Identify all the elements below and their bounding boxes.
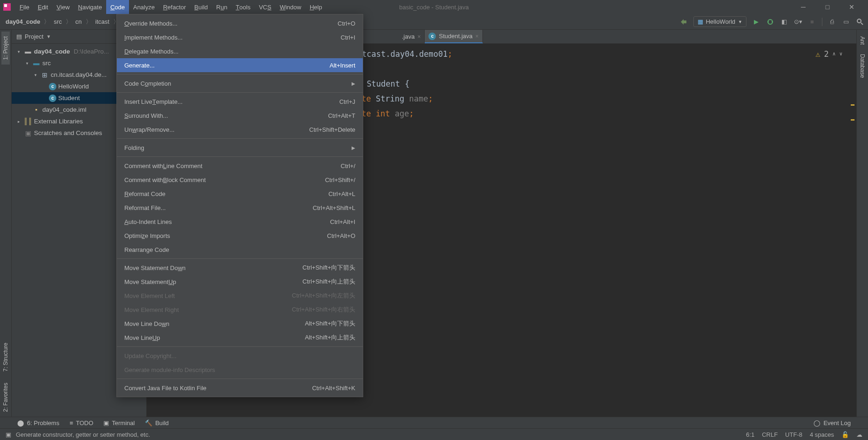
git-icon[interactable]: ⎙	[828, 18, 836, 26]
tw-problems[interactable]: ⬤ 6: 6: ProblemsProblems	[17, 420, 59, 426]
app-icon	[2, 2, 12, 12]
breadcrumb-item[interactable]: src	[52, 17, 63, 26]
menu-navigate[interactable]: Navigate	[74, 0, 106, 14]
tree-label: Scratches and Consoles	[34, 129, 102, 136]
menu-help[interactable]: Help	[305, 0, 326, 14]
menu-line-comment[interactable]: Comment with Line CommentCtrl+/	[117, 159, 363, 173]
notifications-icon[interactable]: ☁	[856, 431, 862, 438]
tw-terminal[interactable]: ▣ Terminal	[103, 420, 135, 426]
menu-optimize-imports[interactable]: Optimize ImportsCtrl+Alt+O	[117, 229, 363, 243]
caret-position[interactable]: 6:1	[746, 431, 754, 438]
menu-convert-kotlin[interactable]: Convert Java File to Kotlin FileCtrl+Alt…	[117, 381, 363, 395]
menu-edit[interactable]: Edit	[34, 0, 52, 14]
menu-surround-with[interactable]: Surround With...Ctrl+Alt+T	[117, 108, 363, 122]
menu-move-line-down[interactable]: Move Line DownAlt+Shift+向下箭头	[117, 317, 363, 331]
warning-marker[interactable]	[851, 119, 854, 121]
code-menu-popup: Override Methods...Ctrl+O Implement Meth…	[116, 14, 363, 397]
warning-marker[interactable]	[851, 104, 854, 106]
tool-project-tab[interactable]: 1: Project	[1, 32, 10, 65]
search-everywhere-icon[interactable]	[856, 18, 864, 26]
tool-favorites-tab[interactable]: 2: Favorites	[1, 378, 10, 417]
menu-generate[interactable]: Generate...Alt+Insert	[117, 58, 363, 72]
menu-file[interactable]: FFileile	[15, 0, 34, 14]
tw-todo[interactable]: ≡ TODO	[69, 420, 93, 426]
maximize-button[interactable]: □	[821, 3, 834, 11]
menu-unwrap[interactable]: Unwrap/Remove...Ctrl+Shift+Delete	[117, 122, 363, 136]
tree-label: day04_code.iml	[42, 106, 87, 113]
svg-point-5	[857, 19, 861, 23]
menu-move-line-up[interactable]: Move Line UpAlt+Shift+向上箭头	[117, 331, 363, 345]
menu-code[interactable]: Code	[106, 0, 129, 14]
breadcrumb-item[interactable]: itcast	[94, 17, 111, 26]
down-icon[interactable]: ∨	[839, 47, 842, 61]
readonly-icon[interactable]: 🔓	[841, 431, 849, 438]
menubar: FFileile Edit View Navigate Code Analyze…	[15, 0, 326, 14]
menu-rearrange-code[interactable]: Rearrange Code	[117, 243, 363, 257]
tw-eventlog[interactable]: ◯ Event Log	[814, 420, 851, 426]
package-icon: ⊞	[41, 71, 49, 79]
indent-mode[interactable]: 4 spaces	[810, 431, 834, 438]
close-icon[interactable]: ×	[475, 33, 479, 40]
menu-move-stmt-down[interactable]: Move Statement DownCtrl+Shift+向下箭头	[117, 261, 363, 275]
breadcrumb-sep: 〉	[44, 18, 50, 26]
menu-folding[interactable]: Folding▶	[117, 141, 363, 155]
file-encoding[interactable]: UTF-8	[785, 431, 802, 438]
window-title: basic_code - Student.java	[399, 4, 469, 11]
menu-delegate-methods[interactable]: Delegate Methods...	[117, 44, 363, 58]
tree-label: cn.itcast.day04.de...	[51, 71, 107, 78]
windows-icon[interactable]: ▭	[842, 18, 850, 26]
inspection-widget[interactable]: ⚠ 2 ∧ ∨	[815, 47, 842, 61]
menu-tools[interactable]: Tools	[231, 0, 255, 14]
menu-implement-methods[interactable]: Implement Methods...Ctrl+I	[117, 30, 363, 44]
problems-icon: ⬤	[17, 420, 24, 426]
close-button[interactable]: ✕	[845, 3, 859, 11]
menu-move-elem-left: Move Element LeftCtrl+Alt+Shift+向左箭头	[117, 289, 363, 303]
minimize-button[interactable]: ─	[796, 3, 810, 11]
breadcrumb-sep: 〉	[66, 18, 72, 26]
build-icon[interactable]	[679, 18, 688, 26]
project-panel-title: Project	[25, 33, 43, 40]
breadcrumb-item[interactable]: day04_code	[4, 17, 42, 26]
menu-code-completion[interactable]: Code Completion▶	[117, 76, 363, 90]
profile-button[interactable]: ⊙▾	[794, 18, 802, 26]
tw-build[interactable]: 🔨 Build	[145, 420, 169, 426]
menu-window[interactable]: Window	[276, 0, 305, 14]
menu-vcs[interactable]: VCS	[255, 0, 276, 14]
statusbar-icon[interactable]: ▣	[6, 431, 11, 438]
run-button[interactable]: ▶	[752, 18, 760, 26]
status-bar: ▣ Generate constructor, getter or setter…	[0, 428, 868, 440]
class-icon: c	[428, 33, 436, 40]
breadcrumb-item[interactable]: cn	[74, 17, 84, 26]
menu-move-stmt-up[interactable]: Move Statement UpCtrl+Shift+向上箭头	[117, 275, 363, 289]
menu-block-comment[interactable]: Comment with Block CommentCtrl+Shift+/	[117, 173, 363, 187]
menu-run[interactable]: Run	[212, 0, 231, 14]
tool-ant-tab[interactable]: Ant	[858, 32, 867, 49]
up-icon[interactable]: ∧	[833, 47, 836, 61]
tab-hello[interactable]: .java ×	[398, 30, 425, 43]
menu-build[interactable]: Build	[190, 0, 212, 14]
stop-button[interactable]: ■	[808, 18, 816, 26]
menu-view[interactable]: View	[52, 0, 74, 14]
folder-icon: ▬	[24, 48, 32, 55]
project-panel-icon: ▤	[16, 33, 22, 40]
menu-live-template[interactable]: Insert Live Template...Ctrl+J	[117, 95, 363, 108]
terminal-icon: ▣	[103, 420, 109, 426]
coverage-button[interactable]: ◧	[780, 18, 788, 26]
close-icon[interactable]: ×	[417, 34, 420, 40]
tab-student[interactable]: c Student.java ×	[425, 30, 482, 43]
library-icon: ║║	[24, 118, 32, 125]
menu-analyze[interactable]: Analyze	[129, 0, 159, 14]
run-config-selector[interactable]: ▦ HelloWorld ▼	[693, 16, 746, 27]
debug-button[interactable]	[766, 18, 774, 26]
menu-refactor[interactable]: Refactor	[159, 0, 190, 14]
status-hint: Generate constructor, getter or setter m…	[16, 431, 150, 438]
tool-structure-tab[interactable]: 7: Structure	[1, 338, 10, 376]
left-tool-strip: 1: Project 7: Structure 2: Favorites	[0, 30, 12, 417]
menu-override-methods[interactable]: Override Methods...Ctrl+O	[117, 16, 363, 30]
tool-database-tab[interactable]: Database	[858, 49, 867, 82]
line-separator[interactable]: CRLF	[762, 431, 778, 438]
menu-auto-indent[interactable]: Auto-Indent LinesCtrl+Alt+I	[117, 215, 363, 229]
menu-reformat-file[interactable]: Reformat File...Ctrl+Alt+Shift+L	[117, 201, 363, 215]
menu-reformat-code[interactable]: Reformat CodeCtrl+Alt+L	[117, 187, 363, 201]
chevron-down-icon[interactable]: ▼	[46, 34, 51, 39]
